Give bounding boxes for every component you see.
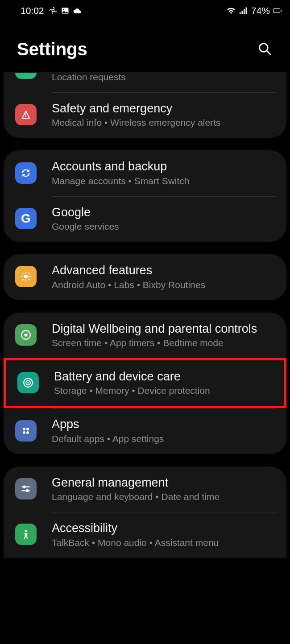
svg-rect-4 bbox=[241, 11, 243, 14]
settings-group: Advanced features Android Auto • Labs • … bbox=[4, 254, 286, 300]
image-icon bbox=[61, 6, 70, 15]
settings-item-battery-care[interactable]: Battery and device care Storage • Memory… bbox=[4, 358, 286, 408]
settings-group: Digital Wellbeing and parental controls … bbox=[4, 313, 286, 454]
svg-rect-13 bbox=[29, 276, 31, 277]
pinwheel-icon bbox=[49, 6, 58, 15]
item-subtitle: TalkBack • Mono audio • Assistant menu bbox=[52, 537, 276, 548]
svg-point-27 bbox=[24, 486, 25, 487]
sync-icon bbox=[15, 162, 37, 184]
settings-group: General management Language and keyboard… bbox=[4, 466, 286, 558]
svg-point-2 bbox=[63, 9, 64, 10]
google-icon: G bbox=[15, 208, 37, 229]
location-icon bbox=[15, 73, 37, 79]
svg-point-23 bbox=[26, 428, 29, 430]
search-button[interactable] bbox=[254, 38, 275, 60]
apps-icon bbox=[15, 420, 37, 442]
settings-group: Location requests Safety and emergency M… bbox=[4, 72, 286, 138]
settings-item-safety[interactable]: Safety and emergency Medical info • Wire… bbox=[4, 92, 286, 138]
item-title: Digital Wellbeing and parental controls bbox=[52, 322, 276, 336]
wellbeing-icon bbox=[15, 324, 37, 346]
item-subtitle: Android Auto • Labs • Bixby Routines bbox=[52, 280, 276, 290]
settings-item-google[interactable]: G Google Google services bbox=[4, 196, 286, 242]
svg-rect-10 bbox=[25, 272, 26, 274]
settings-item-general[interactable]: General management Language and keyboard… bbox=[4, 466, 286, 512]
svg-point-24 bbox=[23, 431, 25, 434]
battery-percentage: 74% bbox=[251, 5, 270, 16]
item-title: Apps bbox=[52, 417, 276, 431]
svg-rect-11 bbox=[25, 280, 26, 281]
settings-group: Accounts and backup Manage accounts • Sm… bbox=[4, 150, 286, 242]
page-title: Settings bbox=[17, 39, 87, 59]
settings-item-accessibility[interactable]: Accessibility TalkBack • Mono audio • As… bbox=[4, 512, 286, 557]
item-subtitle: Google services bbox=[52, 221, 276, 232]
search-icon bbox=[257, 41, 272, 56]
svg-point-22 bbox=[23, 428, 25, 430]
item-title: Google bbox=[52, 205, 276, 219]
item-title: Battery and device care bbox=[54, 369, 273, 384]
cloud-icon bbox=[73, 7, 82, 14]
svg-rect-14 bbox=[21, 273, 24, 275]
svg-rect-12 bbox=[21, 276, 23, 277]
item-subtitle: Manage accounts • Smart Switch bbox=[52, 176, 276, 186]
settings-item-wellbeing[interactable]: Digital Wellbeing and parental controls … bbox=[4, 313, 286, 358]
settings-item-accounts[interactable]: Accounts and backup Manage accounts • Sm… bbox=[4, 150, 286, 196]
item-title: General management bbox=[52, 475, 276, 490]
device-care-icon bbox=[17, 372, 39, 393]
wifi-icon bbox=[226, 7, 236, 15]
item-subtitle: Storage • Memory • Device protection bbox=[54, 385, 273, 396]
svg-rect-16 bbox=[28, 272, 30, 275]
svg-point-9 bbox=[24, 275, 28, 279]
svg-rect-6 bbox=[246, 8, 247, 14]
status-time: 10:02 bbox=[21, 5, 44, 16]
accessibility-icon bbox=[15, 524, 37, 545]
item-title: Accounts and backup bbox=[52, 159, 276, 173]
item-subtitle: Location requests bbox=[52, 72, 276, 83]
svg-rect-17 bbox=[22, 279, 24, 281]
svg-line-8 bbox=[267, 51, 270, 54]
svg-point-25 bbox=[26, 431, 29, 434]
settings-item-advanced[interactable]: Advanced features Android Auto • Labs • … bbox=[4, 254, 286, 300]
item-title: Accessibility bbox=[52, 521, 276, 535]
item-subtitle: Default apps • App settings bbox=[52, 433, 276, 444]
item-subtitle: Language and keyboard • Date and time bbox=[52, 491, 276, 502]
safety-icon bbox=[15, 104, 37, 125]
svg-point-30 bbox=[25, 530, 27, 532]
svg-point-29 bbox=[26, 490, 28, 491]
svg-rect-5 bbox=[244, 9, 245, 14]
item-subtitle: Medical info • Wireless emergency alerts bbox=[52, 117, 276, 128]
svg-rect-3 bbox=[240, 12, 241, 14]
item-title: Safety and emergency bbox=[52, 101, 276, 116]
settings-item-location[interactable]: Location requests bbox=[4, 72, 286, 92]
sliders-icon bbox=[15, 478, 37, 500]
item-subtitle: Screen time • App timers • Bedtime mode bbox=[52, 338, 276, 348]
signal-icon bbox=[239, 7, 248, 15]
status-bar: 10:02 74% bbox=[0, 0, 290, 20]
settings-header: Settings bbox=[0, 20, 290, 72]
svg-point-21 bbox=[27, 382, 29, 384]
settings-item-apps[interactable]: Apps Default apps • App settings bbox=[4, 408, 286, 454]
battery-icon bbox=[273, 8, 280, 13]
advanced-icon bbox=[15, 266, 37, 287]
svg-rect-15 bbox=[28, 278, 30, 281]
svg-point-0 bbox=[52, 10, 54, 12]
item-title: Advanced features bbox=[52, 263, 276, 277]
status-left-icons bbox=[49, 6, 82, 15]
